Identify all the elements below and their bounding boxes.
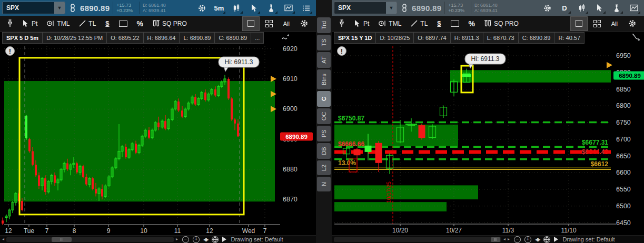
ohlc-cell: D: 10/28/25 12:55 PM	[43, 32, 107, 44]
zoom-out-icon[interactable]: −	[514, 236, 521, 243]
chevron-down-icon[interactable]: ▼	[386, 2, 397, 14]
pin-button[interactable]	[335, 17, 349, 31]
time-scrollbar[interactable]	[334, 237, 501, 242]
all-button[interactable]: All	[607, 17, 622, 31]
toolbar-gear-button[interactable]	[295, 17, 313, 31]
ohlc-cell: SPX 15 Y 1D	[334, 32, 376, 44]
svg-text:6910: 6910	[283, 75, 298, 83]
zoom-in-icon[interactable]: +	[524, 236, 531, 243]
price-axis: 692069106900689068806870	[283, 45, 298, 204]
chart-style-icon[interactable]	[575, 2, 589, 14]
scroll-left-icon[interactable]: ◂	[503, 237, 506, 241]
gadget-tab-ts[interactable]: TS	[317, 35, 331, 50]
gadget-tab-oc[interactable]: OC	[317, 108, 331, 124]
timeline-tool-button[interactable]: TML	[375, 17, 405, 31]
chart-style-icon[interactable]	[230, 2, 243, 14]
svg-text:6450: 6450	[616, 219, 631, 227]
auto-scale-icon[interactable]	[281, 33, 291, 44]
drawing-set-label[interactable]: Drawing set: Default	[229, 236, 285, 242]
play-icon[interactable]	[554, 237, 558, 242]
zoom-out-icon[interactable]: −	[182, 236, 189, 243]
percent-tool-button[interactable]: %	[133, 17, 147, 31]
grid-layout-button[interactable]	[261, 17, 278, 31]
gear-icon[interactable]	[540, 2, 554, 14]
gadget-tab-c[interactable]: C	[317, 91, 331, 107]
svg-text:$6612: $6612	[591, 160, 609, 168]
time-scrollbar[interactable]	[6, 237, 174, 242]
sq-pro-button[interactable]: SQ PRO	[481, 17, 522, 31]
gear-icon[interactable]	[195, 2, 209, 14]
gadget-tab-ps[interactable]: PS	[317, 126, 331, 141]
pointer-tool-button[interactable]: Pt	[19, 17, 41, 31]
expand-horizontal-icon[interactable]: ◂▮▸	[535, 237, 540, 242]
symbol-dropdown[interactable]: SPX ▼	[334, 2, 397, 14]
scroll-right-icon[interactable]: ▸	[508, 237, 510, 241]
bid-value: B: 6861.48	[474, 3, 498, 8]
crosshair-icon[interactable]	[543, 236, 550, 243]
play-icon[interactable]	[222, 237, 226, 242]
candlestick-chart-5m[interactable]: 12Tue789101112Wed76920691069006890688068…	[0, 44, 316, 235]
price-level-tool-button[interactable]: $	[102, 17, 113, 31]
rectangle-tool-button[interactable]	[447, 17, 463, 31]
all-button[interactable]: All	[279, 17, 294, 31]
pointer-tool-button[interactable]: Pt	[351, 17, 373, 31]
scrollbar-thumb[interactable]	[491, 237, 500, 242]
timeframe-dropdown[interactable]: D	[558, 2, 571, 14]
gadget-tab-db[interactable]: DB	[317, 143, 331, 159]
drawing-toolbar-left: Pt TML TL $ % SQ PRO All	[0, 16, 316, 32]
cursor-icon[interactable]	[247, 2, 261, 14]
ohlc-info-row-left: SPX 5 D 5mD: 10/28/25 12:55 PMO: 6895.22…	[0, 32, 316, 44]
crosshair-icon[interactable]	[212, 236, 219, 243]
ohlc-cell: L: 6890.89	[180, 32, 215, 44]
list-icon[interactable]	[299, 2, 313, 14]
chevron-down-icon[interactable]: ▼	[54, 2, 65, 14]
svg-text:12: 12	[5, 227, 12, 235]
trendline-tool-button[interactable]: TL	[75, 17, 100, 31]
gadget-tab-at[interactable]: AT	[317, 52, 331, 68]
timeframe-value: D	[562, 4, 567, 12]
single-chart-layout-button[interactable]	[570, 16, 588, 31]
studies-icon[interactable]	[627, 2, 641, 14]
scroll-right-icon[interactable]: ▸	[176, 237, 178, 241]
link-icon[interactable]	[400, 2, 409, 14]
grid-layout-button[interactable]	[589, 17, 606, 31]
rectangle-tool-button[interactable]	[115, 17, 131, 31]
chart-panel-right: SPX ▼ 6890.89 +15.73 +0.23% B: 6861.48 A…	[332, 0, 644, 243]
percent-tool-button[interactable]: %	[465, 17, 479, 31]
flask-icon[interactable]	[264, 2, 278, 14]
timeline-tool-button[interactable]: TML	[43, 17, 73, 31]
drawing-set-label[interactable]: Drawing set: Default	[560, 236, 617, 242]
chart-bottom-bar-left: ◂ ▸ − + ◂▮▸ Drawing set: Default	[0, 235, 316, 243]
candlestick-chart-daily[interactable]: $6644.43$6750.87$6666.6613.0%$6677.31$66…	[332, 44, 644, 235]
cursor-icon[interactable]	[592, 2, 606, 14]
link-icon[interactable]	[68, 2, 77, 14]
timeframe-dropdown[interactable]: 5m	[212, 2, 226, 14]
drawing-toolbar-right: Pt TML TL $ % SQ PRO All	[332, 16, 644, 32]
ohlc-cell: C: 6890.89	[519, 32, 555, 44]
svg-text:6550: 6550	[616, 186, 631, 193]
gadget-tab-btns[interactable]: Btns	[317, 69, 331, 89]
flask-icon[interactable]	[610, 2, 623, 14]
gadget-tab-trd[interactable]: Trd	[317, 17, 331, 33]
svg-text:12: 12	[206, 227, 213, 235]
auto-scale-icon[interactable]	[631, 33, 641, 44]
scroll-left-icon[interactable]: ◂	[2, 237, 4, 241]
symbol-dropdown[interactable]: SPX ▼	[2, 2, 65, 14]
zoom-in-icon[interactable]: +	[193, 236, 200, 243]
trendline-tool-button[interactable]: TL	[407, 17, 431, 31]
svg-text:!: !	[341, 47, 343, 55]
toolbar-gear-button[interactable]	[623, 17, 641, 31]
expand-horizontal-icon[interactable]: ◂▮▸	[203, 237, 208, 242]
svg-text:$6666.66: $6666.66	[338, 140, 364, 148]
ohlc-cell: H: 6911.3	[451, 32, 483, 44]
scrollbar-thumb[interactable]	[52, 237, 72, 242]
sq-pro-button[interactable]: SQ PRO	[149, 17, 191, 31]
gadget-tab-l2[interactable]: L2	[317, 160, 331, 175]
pin-button[interactable]	[3, 17, 17, 31]
single-chart-layout-button[interactable]	[242, 16, 260, 31]
svg-text:$6677.31: $6677.31	[582, 139, 608, 146]
price-level-tool-button[interactable]: $	[433, 17, 444, 31]
studies-icon[interactable]	[282, 2, 295, 14]
gadget-tab-n[interactable]: N	[317, 177, 331, 191]
sq-pro-label: SQ PRO	[162, 20, 187, 27]
